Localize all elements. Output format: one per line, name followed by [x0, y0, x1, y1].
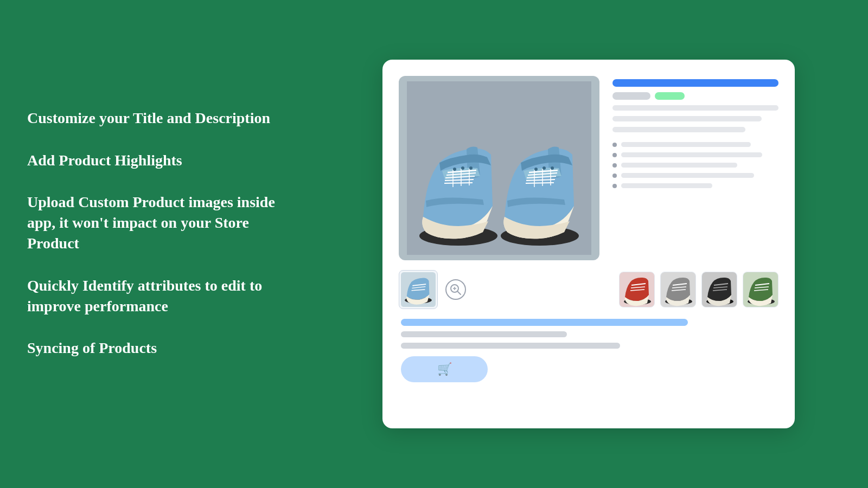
svg-point-11	[461, 166, 464, 170]
tag-1	[612, 92, 650, 100]
title-bar	[612, 79, 778, 87]
bullet-dot	[612, 174, 617, 178]
thumbnail-row	[399, 270, 778, 309]
add-to-cart-button[interactable]: 🛒	[401, 356, 488, 382]
feature-text-4: Quickly Identify attributes to edit to i…	[27, 277, 262, 314]
desc-line-1	[612, 105, 778, 111]
svg-point-22	[534, 168, 538, 171]
feature-upload-images: Upload Custom Product images inside app,…	[27, 192, 282, 253]
bullet-line-5	[621, 183, 712, 188]
feature-syncing-products: Syncing of Products	[27, 338, 282, 358]
bullet-dot	[612, 163, 617, 168]
feature-text-2: Add Product Highlights	[27, 152, 182, 169]
bullet-line-4	[621, 173, 754, 178]
feature-list: Customize your Title and Description Add…	[0, 75, 309, 413]
card-top-section	[399, 76, 778, 260]
shoe-black	[702, 272, 737, 307]
price-bar	[401, 319, 688, 326]
desc-line-3	[612, 127, 745, 132]
variant-green[interactable]	[743, 272, 778, 307]
product-details	[612, 76, 778, 260]
svg-point-24	[551, 166, 554, 170]
tags-row	[612, 92, 778, 100]
main-product-image	[399, 76, 599, 260]
zoom-icon	[450, 284, 462, 296]
product-preview-panel: 🛒	[309, 43, 868, 445]
variant-red[interactable]	[619, 272, 655, 307]
feature-text-5: Syncing of Products	[27, 339, 157, 356]
thumb-shoe-blue	[401, 272, 436, 307]
svg-line-6	[444, 183, 473, 183]
variant-gray[interactable]	[660, 272, 696, 307]
bullet-dot	[612, 153, 617, 157]
variant-black[interactable]	[701, 272, 737, 307]
shoe-green	[743, 272, 778, 307]
bullet-line-1	[621, 142, 751, 147]
feature-text-1: Customize your Title and Description	[27, 110, 270, 126]
bullet-line-3	[621, 163, 737, 168]
cart-icon: 🛒	[437, 362, 452, 376]
color-variant-row	[619, 272, 778, 307]
svg-point-10	[453, 168, 456, 171]
stock-bar	[401, 343, 620, 349]
bullet-3	[612, 163, 778, 168]
svg-point-23	[542, 166, 546, 170]
shoe-illustration	[407, 81, 591, 255]
bullet-2	[612, 152, 778, 157]
thumb-main-image[interactable]	[399, 270, 438, 309]
feature-add-highlights: Add Product Highlights	[27, 150, 282, 171]
bullet-5	[612, 183, 778, 188]
bullet-4	[612, 173, 778, 178]
card-actions: 🛒	[399, 319, 778, 382]
rating-bar	[401, 331, 567, 337]
bullet-list	[612, 142, 778, 188]
desc-line-2	[612, 116, 762, 121]
bullet-line-2	[621, 152, 762, 157]
bullet-1	[612, 142, 778, 147]
svg-point-12	[469, 166, 473, 170]
bullet-dot	[612, 184, 617, 188]
feature-customize-title: Customize your Title and Description	[27, 108, 282, 129]
shoe-red	[620, 272, 655, 307]
zoom-button[interactable]	[445, 279, 466, 300]
feature-identify-attributes: Quickly Identify attributes to edit to i…	[27, 275, 282, 317]
svg-line-31	[457, 291, 461, 294]
feature-text-3: Upload Custom Product images inside app,…	[27, 194, 275, 252]
shoe-gray	[661, 272, 696, 307]
product-card: 🛒	[382, 60, 795, 428]
tag-green	[655, 92, 685, 100]
bullet-dot	[612, 143, 617, 147]
svg-line-18	[526, 183, 554, 183]
